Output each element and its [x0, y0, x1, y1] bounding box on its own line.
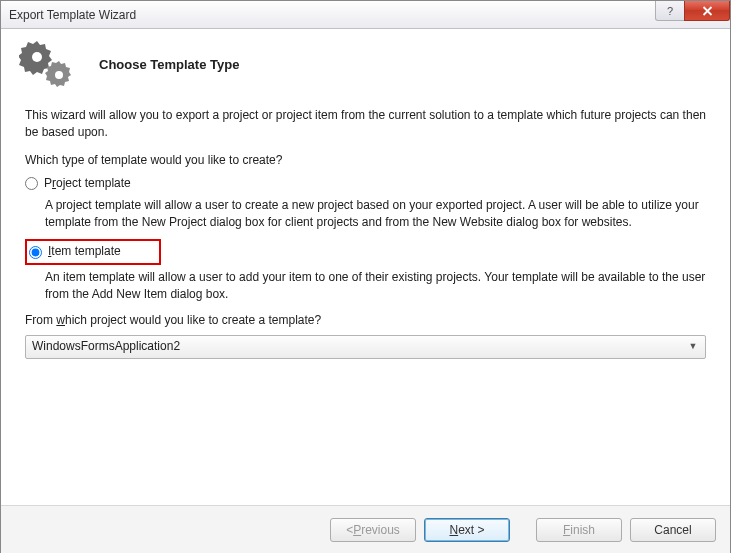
close-icon: [702, 6, 713, 16]
project-template-radio[interactable]: Project template: [25, 175, 706, 192]
item-template-description: An item template will allow a user to ad…: [45, 269, 706, 304]
finish-button[interactable]: Finish: [536, 518, 622, 542]
project-select-value: WindowsFormsApplication2: [32, 338, 180, 355]
previous-button[interactable]: < Previous: [330, 518, 416, 542]
project-template-label: Project template: [44, 175, 131, 192]
svg-point-0: [32, 52, 42, 62]
window-controls: ?: [656, 1, 730, 23]
titlebar: Export Template Wizard ?: [1, 1, 730, 29]
content-area: This wizard will allow you to export a p…: [1, 107, 730, 359]
item-template-highlight: Item template: [25, 239, 161, 264]
item-template-label: Item template: [48, 243, 121, 260]
help-button[interactable]: ?: [655, 1, 685, 21]
project-select[interactable]: WindowsFormsApplication2 ▼: [25, 335, 706, 359]
cancel-button[interactable]: Cancel: [630, 518, 716, 542]
help-icon: ?: [667, 5, 673, 17]
project-template-description: A project template will allow a user to …: [45, 197, 706, 232]
next-button[interactable]: Next >: [424, 518, 510, 542]
page-title: Choose Template Type: [99, 57, 239, 72]
close-button[interactable]: [684, 1, 730, 21]
svg-point-1: [55, 71, 63, 79]
template-type-question: Which type of template would you like to…: [25, 152, 706, 169]
button-bar: < Previous Next > Finish Cancel: [1, 505, 730, 553]
wizard-header: Choose Template Type: [1, 29, 730, 107]
item-template-radio-input[interactable]: [29, 246, 42, 259]
item-template-radio[interactable]: Item template: [29, 243, 121, 260]
gears-icon: [19, 39, 79, 89]
source-project-question: From which project would you like to cre…: [25, 312, 706, 329]
project-template-radio-input[interactable]: [25, 177, 38, 190]
window-title: Export Template Wizard: [9, 8, 136, 22]
chevron-down-icon: ▼: [685, 339, 701, 355]
project-select-wrap: WindowsFormsApplication2 ▼: [25, 335, 706, 359]
intro-text: This wizard will allow you to export a p…: [25, 107, 706, 142]
